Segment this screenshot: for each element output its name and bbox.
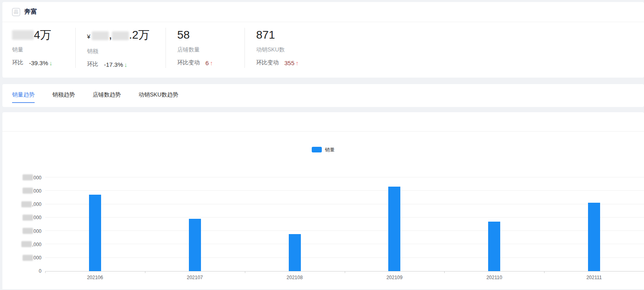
x-axis-tick (544, 271, 545, 273)
stat-label: 销量 (12, 46, 64, 53)
gridline (45, 204, 644, 204)
chart-plot: 0000,000000000,0000000002021062021072021… (45, 178, 644, 271)
bar-202111[interactable] (588, 203, 600, 271)
y-axis-label: ,000 (21, 241, 41, 247)
legend-item[interactable]: 销量 (312, 146, 335, 153)
x-axis-label: 202109 (386, 275, 402, 280)
gridline (45, 177, 644, 177)
x-axis-tick (444, 271, 445, 273)
y-axis-label: 000 (23, 175, 41, 181)
mom-value: -39.3% (29, 60, 48, 66)
stat-sales-amount: ¥,.2万 销额 环比 -17.3% ↓ (87, 28, 166, 68)
stat-value: ¥,.2万 (87, 28, 154, 44)
mom-value: 6 (205, 60, 209, 66)
chart-card-header (2, 112, 644, 132)
currency-symbol: ¥ (87, 29, 90, 44)
tab-0[interactable]: 销量趋势 (12, 88, 35, 103)
stat-value-suffix: 4万 (34, 28, 52, 42)
gridline (45, 257, 644, 258)
trend-down-icon: ↓ (124, 61, 128, 68)
censored-tick-block (23, 214, 33, 220)
bar-202106[interactable] (89, 195, 101, 271)
y-axis-label: 0 (39, 268, 41, 274)
stat-value-suffix: .2万 (129, 28, 149, 42)
tab-2[interactable]: 店铺数趋势 (93, 88, 121, 103)
bar-202110[interactable] (488, 222, 500, 271)
trend-down-icon: ↓ (50, 60, 53, 66)
brand-stats-card: 品 奔富 4万 销量 环比 -39.3% ↓ ¥,.2万 销额 环比 -17.3… (2, 2, 644, 78)
stat-label: 店铺数量 (177, 46, 233, 53)
y-axis-label: 000 (23, 214, 41, 220)
x-axis-label: 202106 (87, 275, 103, 280)
brand-icon: 品 (12, 8, 20, 16)
x-axis-tick (145, 271, 145, 273)
censored-tick-block (23, 175, 33, 181)
y-axis-label: ,000 (21, 201, 41, 207)
mom-value: 355 (284, 60, 294, 66)
x-axis-tick (345, 271, 345, 273)
gridline (45, 217, 644, 218)
stat-mom-row: 环比变动 355 ↑ (256, 59, 299, 66)
x-axis-label: 202107 (187, 275, 203, 280)
legend-swatch-icon (312, 147, 322, 152)
censored-value-block (112, 31, 129, 40)
tab-1[interactable]: 销额趋势 (52, 88, 75, 103)
x-axis-label: 202111 (586, 275, 602, 280)
mom-label: 环比变动 (256, 59, 279, 66)
bar-202109[interactable] (388, 187, 400, 271)
brand-header: 品 奔富 (2, 2, 644, 22)
mom-label: 环比变动 (177, 59, 200, 66)
censored-tick-block (21, 241, 32, 247)
gridline (45, 244, 644, 244)
stat-mom-row: 环比 -39.3% ↓ (12, 59, 64, 66)
trend-up-icon: ↑ (210, 60, 213, 66)
brand-name: 奔富 (24, 8, 37, 16)
censored-value-block (12, 30, 34, 40)
x-axis-tick (245, 271, 245, 273)
stat-mom-row: 环比变动 6 ↑ (177, 59, 233, 66)
stat-active-sku: 871 动销SKU数 环比变动 355 ↑ (256, 28, 310, 68)
stat-value: 871 (256, 28, 299, 42)
stat-label: 销额 (87, 48, 154, 55)
chart-legend: 销量 (2, 147, 644, 152)
censored-tick-block (23, 188, 33, 194)
mom-label: 环比 (87, 61, 98, 68)
stat-sales-volume: 4万 销量 环比 -39.3% ↓ (12, 28, 76, 68)
x-axis-tick (45, 271, 46, 273)
bar-202108[interactable] (289, 234, 301, 271)
gridline (45, 190, 644, 191)
trend-up-icon: ↑ (296, 60, 299, 66)
stat-mom-row: 环比 -17.3% ↓ (87, 61, 154, 68)
stat-value: 58 (177, 28, 233, 42)
tabs: 销量趋势销额趋势店铺数趋势动销SKU数趋势 (12, 88, 178, 103)
chart-card: 销量 0000,000000000,0000000002021062021072… (2, 112, 644, 289)
censored-value-block (92, 31, 109, 40)
bar-202107[interactable] (189, 219, 201, 271)
stats-row: 4万 销量 环比 -39.3% ↓ ¥,.2万 销额 环比 -17.3% ↓ 5… (2, 22, 644, 78)
y-axis-label: 000 (23, 228, 41, 234)
mom-value: -17.3% (104, 61, 123, 68)
stat-value: 4万 (12, 28, 64, 42)
y-axis-label: 000 (23, 255, 41, 261)
gridline (45, 230, 644, 231)
legend-label: 销量 (325, 146, 335, 153)
censored-tick-block (21, 201, 32, 207)
censored-tick-block (23, 228, 33, 234)
stat-shop-count: 58 店铺数量 环比变动 6 ↑ (177, 28, 245, 68)
mom-label: 环比 (12, 59, 23, 66)
x-axis-label: 202110 (487, 275, 502, 280)
trend-tabs-card: 销量趋势销额趋势店铺数趋势动销SKU数趋势 (2, 84, 644, 107)
stat-label: 动销SKU数 (256, 46, 299, 53)
tab-3[interactable]: 动销SKU数趋势 (139, 88, 178, 103)
censored-tick-block (23, 255, 33, 261)
chart-plot-wrap: 0000,000000000,0000000002021062021072021… (2, 178, 644, 271)
thousands-separator: , (109, 28, 112, 42)
y-axis-label: 000 (23, 188, 41, 194)
x-axis-label: 202108 (287, 275, 303, 280)
